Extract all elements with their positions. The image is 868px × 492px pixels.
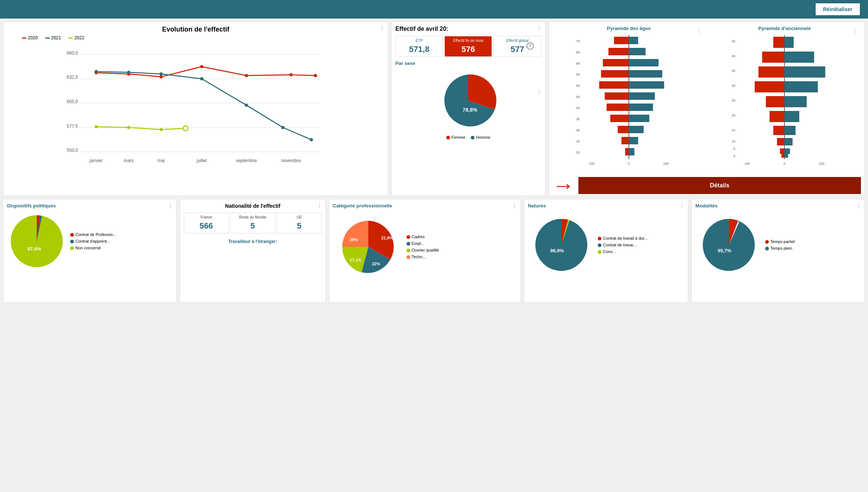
svg-rect-55 bbox=[604, 92, 629, 100]
question-mark-icon[interactable]: ? bbox=[526, 42, 534, 50]
evolution-title: Evolution de l'effectif bbox=[7, 26, 384, 33]
categorie-inner: 21,9% 22% 27,1% 29% Cadres Empl... bbox=[333, 211, 517, 282]
svg-text:550,0: 550,0 bbox=[67, 148, 78, 153]
svg-text:30: 30 bbox=[576, 128, 580, 132]
svg-rect-71 bbox=[629, 148, 634, 155]
ages-menu-icon[interactable]: ⋮ bbox=[696, 29, 702, 35]
svg-rect-54 bbox=[599, 81, 629, 89]
svg-text:660,0: 660,0 bbox=[67, 50, 78, 56]
anciennete-menu-icon[interactable]: ⋮ bbox=[852, 29, 858, 35]
evolution-card: ⋮ Evolution de l'effectif 2020 2021 2022 bbox=[3, 22, 388, 196]
svg-text:0: 0 bbox=[734, 154, 735, 158]
natures-legend: Contrat de travail à dur... Contrat de t… bbox=[598, 236, 647, 254]
nationalite-title: Nationalité de l'effectif bbox=[184, 203, 322, 209]
svg-text:juillet: juillet bbox=[196, 158, 207, 163]
svg-text:septembre: septembre bbox=[236, 158, 257, 163]
natures-legend-2: Conv... bbox=[598, 249, 647, 254]
svg-rect-62 bbox=[629, 48, 645, 55]
svg-text:100: 100 bbox=[589, 162, 594, 165]
svg-rect-57 bbox=[610, 115, 629, 122]
dispositifs-title: Dispositifs politiques bbox=[7, 203, 173, 209]
natures-inner: 96,9% Contrat de travail à dur... Contra… bbox=[528, 211, 684, 278]
svg-point-22 bbox=[314, 74, 317, 77]
nationalite-menu-icon[interactable]: ⋮ bbox=[317, 202, 323, 208]
svg-rect-64 bbox=[629, 70, 662, 78]
legend-2020: 2020 bbox=[22, 35, 38, 40]
svg-point-28 bbox=[281, 126, 285, 129]
svg-text:45: 45 bbox=[576, 95, 580, 99]
svg-text:janvier: janvier bbox=[89, 158, 102, 163]
svg-rect-69 bbox=[629, 126, 643, 133]
nat-ue: UE 5 bbox=[277, 213, 322, 233]
svg-rect-86 bbox=[773, 37, 784, 48]
pyramides-card: ⋮ Pyramide des âges 70 65 60 55 50 45 40… bbox=[548, 22, 865, 196]
natures-menu-icon[interactable]: ⋮ bbox=[679, 202, 685, 208]
svg-rect-63 bbox=[629, 59, 658, 66]
evolution-menu-icon[interactable]: ⋮ bbox=[379, 25, 385, 31]
svg-rect-92 bbox=[773, 126, 784, 135]
categorie-menu-icon[interactable]: ⋮ bbox=[512, 202, 518, 208]
etp-value: 571,8 bbox=[397, 45, 441, 54]
svg-rect-50 bbox=[614, 37, 629, 44]
anciennete-title: Pyramide d'ancienneté bbox=[708, 26, 861, 31]
svg-text:632,5: 632,5 bbox=[67, 75, 78, 80]
categorie-legend-2: Ouvrier qualifié bbox=[407, 248, 439, 252]
svg-point-30 bbox=[95, 125, 98, 128]
svg-text:577,5: 577,5 bbox=[67, 124, 78, 129]
categorie-card: ⋮ Catégorie professionnelle 21,9% 22% bbox=[329, 199, 521, 303]
fin-mois-value: 576 bbox=[446, 45, 490, 54]
categorie-title: Catégorie professionnelle bbox=[333, 203, 517, 209]
details-button[interactable]: Détails bbox=[578, 177, 861, 194]
svg-text:96,9%: 96,9% bbox=[550, 248, 564, 253]
svg-rect-93 bbox=[777, 138, 784, 145]
svg-point-33 bbox=[183, 126, 188, 131]
effectif-title: Effectif de avril 20: bbox=[395, 26, 541, 32]
svg-rect-103 bbox=[784, 138, 793, 145]
svg-text:0: 0 bbox=[784, 162, 786, 165]
svg-point-25 bbox=[160, 72, 163, 76]
dispositifs-legend-0: Contrat de Professio... bbox=[70, 232, 116, 237]
svg-text:95,7%: 95,7% bbox=[718, 248, 731, 253]
natures-card: ⋮ Natures 96,9% Contrat de travail à dur… bbox=[524, 199, 688, 303]
ages-title: Pyramide des âges bbox=[552, 26, 705, 31]
svg-rect-65 bbox=[629, 81, 664, 89]
travailleur-label: Travailleur à l'étranger: bbox=[184, 239, 322, 244]
modalites-card: ⋮ Modalités 95,7% Temps partiel bbox=[691, 199, 865, 303]
categorie-legend-1: Empl... bbox=[407, 241, 439, 246]
global-label: Effectif global bbox=[495, 39, 539, 43]
svg-text:25: 25 bbox=[732, 99, 735, 102]
par-sexe-menu-icon[interactable]: ⋮ bbox=[536, 89, 542, 95]
svg-rect-100 bbox=[784, 96, 807, 107]
svg-point-18 bbox=[160, 75, 163, 79]
svg-text:20: 20 bbox=[576, 151, 580, 154]
reinitialiser-button[interactable]: Réinitialiser bbox=[815, 3, 861, 16]
svg-point-29 bbox=[310, 138, 313, 141]
line-chart: 660,0 632,5 605,0 577,5 550,0 janvier ma… bbox=[7, 42, 384, 172]
svg-rect-70 bbox=[629, 137, 638, 144]
svg-rect-104 bbox=[784, 148, 790, 154]
dispositifs-menu-icon[interactable]: ⋮ bbox=[167, 202, 173, 208]
effectif-grid: ETP 571,8 Effectif fin de mois 576 Effec… bbox=[395, 36, 541, 57]
sexe-pie-container: 78,8% Femme Homme bbox=[395, 69, 541, 140]
modalites-menu-icon[interactable]: ⋮ bbox=[856, 202, 862, 208]
svg-point-20 bbox=[245, 74, 248, 77]
svg-text:10: 10 bbox=[732, 140, 735, 143]
svg-rect-95 bbox=[781, 153, 784, 158]
effectif-menu-icon[interactable]: ⋮ bbox=[536, 25, 542, 31]
svg-text:40: 40 bbox=[732, 54, 735, 58]
svg-text:21,9%: 21,9% bbox=[381, 236, 393, 240]
femme-legend: Femme bbox=[446, 135, 465, 140]
legend-2022: 2022 bbox=[68, 35, 84, 40]
svg-rect-96 bbox=[784, 37, 794, 48]
svg-rect-99 bbox=[784, 81, 818, 92]
svg-rect-97 bbox=[784, 52, 814, 63]
pyramide-anciennete: ⋮ Pyramide d'ancienneté 45 40 35 30 25 2… bbox=[708, 26, 861, 171]
svg-text:40: 40 bbox=[576, 106, 580, 110]
details-row: → Détails bbox=[552, 174, 861, 197]
evolution-legend: 2020 2021 2022 bbox=[22, 35, 384, 40]
modalites-legend-0: Temps partiel bbox=[765, 239, 794, 244]
svg-point-32 bbox=[160, 128, 163, 131]
bottom-row: ⋮ Dispositifs politiques 97,4% Contrat d… bbox=[3, 199, 865, 303]
modalites-legend-1: Temps plein bbox=[765, 246, 794, 250]
svg-rect-67 bbox=[629, 104, 653, 111]
